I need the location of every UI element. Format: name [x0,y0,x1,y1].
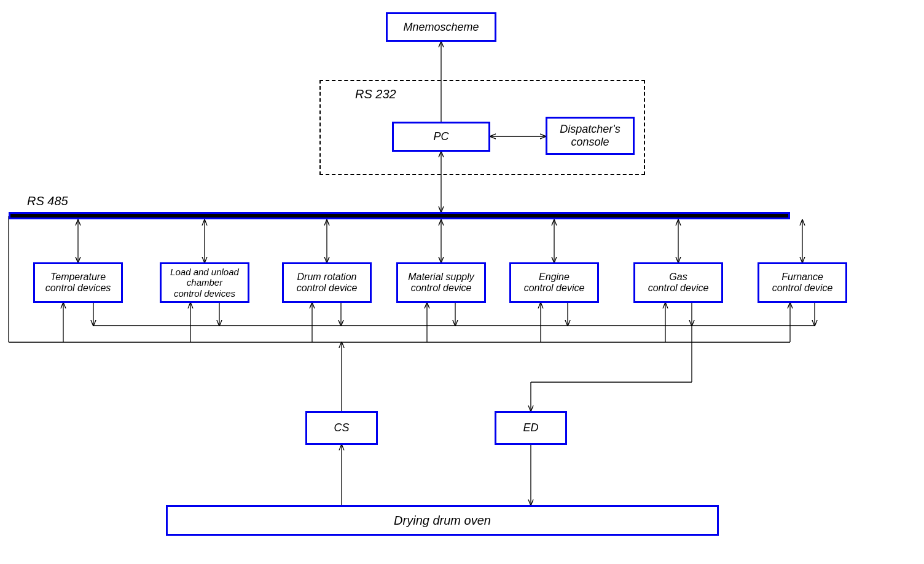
node-label: ED [523,421,538,434]
rs485-label: RS 485 [27,194,68,208]
node-pc: PC [392,122,490,152]
node-furnace: Furnance control device [758,262,847,303]
node-mnemoscheme: Mnemoscheme [386,12,496,42]
node-engine: Engine control device [509,262,599,303]
node-label: CS [334,421,349,434]
node-label: Furnance control device [772,272,833,294]
node-ed: ED [495,411,567,445]
node-temp: Temperature control devices [33,262,123,303]
node-label: Dispatcher's console [560,123,620,148]
node-label: Drying drum oven [394,514,491,528]
node-label: Temperature control devices [45,272,111,294]
node-drum: Drum rotation control device [282,262,372,303]
node-load: Load and unload chamber control devices [160,262,249,303]
node-material: Material supply control device [396,262,486,303]
node-label: Engine control device [524,272,585,294]
node-oven: Drying drum oven [166,505,719,536]
rs232-label: RS 232 [355,87,396,101]
node-label: Material supply control device [408,272,474,294]
node-cs: CS [305,411,378,445]
node-gas: Gas control device [633,262,723,303]
node-label: Load and unload chamber control devices [170,267,239,299]
node-dispatcher: Dispatcher's console [546,117,635,155]
node-label: Drum rotation control device [297,272,358,294]
node-label: Mnemoscheme [403,21,479,34]
node-label: Gas control device [648,272,709,294]
node-label: PC [433,130,448,143]
rs485-bus [9,212,790,219]
